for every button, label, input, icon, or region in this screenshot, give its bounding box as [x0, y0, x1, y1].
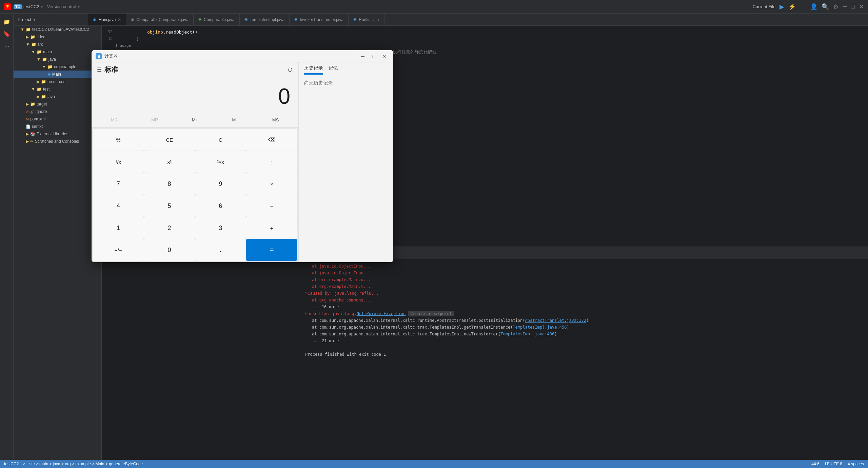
tree-item-org-example[interactable]: ▼ 📁 org.example [14, 63, 101, 71]
tree-item-main[interactable]: ▼ 📁 main [14, 48, 101, 56]
calc-btn-reciprocal[interactable]: ¹/x [93, 151, 144, 173]
calc-btn-square[interactable]: x² [144, 151, 195, 173]
ide-logo: 💡 [4, 3, 11, 10]
calc-title-icon: 🖩 [96, 53, 102, 59]
minimize-button[interactable]: ─ [843, 3, 847, 10]
tree-item-java[interactable]: ▼ 📁 java [14, 56, 101, 63]
tab-runnin[interactable]: ◉ Runtin... ▾ [349, 14, 384, 26]
tree-item-src[interactable]: ▼ 📁 src [14, 41, 101, 48]
calc-right-tabs: 历史记录 记忆 [299, 62, 393, 74]
sidebar-icon-bookmark[interactable]: 🔖 [1, 28, 12, 39]
tree-item-ser[interactable]: 📄 ser.txt [14, 123, 101, 130]
calc-hamburger-icon[interactable]: ☰ [97, 66, 102, 73]
tree-item-external-libs[interactable]: ▶ 📚 External Libraries [14, 130, 101, 138]
calc-body: ☰ 标准 ⏱ 0 MC MR M+ M− MS % CE C ⌫ ¹/ [92, 62, 393, 262]
calc-btn-8[interactable]: 8 [144, 173, 195, 195]
calc-tab-history[interactable]: 历史记录 [304, 65, 323, 74]
calc-btn-percent[interactable]: % [93, 129, 144, 151]
tab-templates-impl[interactable]: ◉ TemplatesImpl.java [240, 14, 290, 26]
calc-history-toggle-icon[interactable]: ⏱ [288, 67, 293, 73]
project-panel: Project ▾ ▼ 📁 testCC2 D:\LearnJAVA\testC… [14, 14, 102, 468]
tree-item-pom[interactable]: M pom.xml [14, 115, 101, 123]
tc-badge: TC [14, 4, 22, 9]
mem-mr-button[interactable]: MR [135, 114, 175, 126]
sidebar-icon-project[interactable]: 📁 [1, 16, 12, 27]
tree-item-idea[interactable]: ▶ 📁 .idea [14, 33, 101, 41]
search-icon[interactable]: 🔍 [822, 3, 829, 11]
tab-comparable-comparator[interactable]: ◉ ComparableComparator.java [126, 14, 193, 26]
calc-btn-backspace[interactable]: ⌫ [246, 129, 297, 151]
code-usage-hint: 1 usage [102, 42, 868, 49]
tabs-bar: ◉ Main.java ✕ ◉ ComparableComparator.jav… [88, 14, 868, 26]
calc-titlebar: 🖩 计算器 ─ □ ✕ [92, 50, 393, 62]
current-file-dropdown[interactable]: Current File [752, 4, 775, 9]
project-indicator[interactable]: TC testCC2 ▾ Version control ▾ [14, 4, 80, 9]
tree-item-scratches[interactable]: ▶ ✏ Scratches and Consoles [14, 138, 101, 145]
calc-btn-4[interactable]: 4 [93, 195, 144, 217]
calc-btn-ce[interactable]: CE [144, 129, 195, 151]
calc-maximize-button[interactable]: □ [369, 52, 378, 60]
calc-btn-equals[interactable]: = [246, 239, 297, 261]
calc-memory-row: MC MR M+ M− MS [92, 112, 298, 128]
close-button[interactable]: ✕ [859, 3, 864, 11]
calc-btn-add[interactable]: + [246, 217, 297, 239]
calc-btn-1[interactable]: 1 [93, 217, 144, 239]
calc-btn-multiply[interactable]: × [246, 173, 297, 195]
calc-btn-sqrt[interactable]: ²√x [195, 151, 246, 173]
calc-left-panel: ☰ 标准 ⏱ 0 MC MR M+ M− MS % CE C ⌫ ¹/ [92, 62, 298, 262]
calc-btn-subtract[interactable]: − [246, 195, 297, 217]
run-button[interactable]: ▶ [780, 3, 784, 11]
calc-btn-3[interactable]: 3 [195, 217, 246, 239]
tree-item-testcc2[interactable]: ▼ 📁 testCC2 D:\LearnJAVA\testCC2 [14, 26, 101, 33]
maximize-button[interactable]: □ [851, 3, 855, 10]
status-position: 44:6 [811, 462, 819, 466]
tab-main-java[interactable]: ◉ Main.java ✕ [88, 14, 126, 26]
calc-btn-decimal[interactable]: . [195, 239, 246, 261]
calc-buttons-grid: % CE C ⌫ ¹/x x² ²√x ÷ 7 8 9 × 4 5 6 − [92, 128, 298, 262]
run-panel: Run Main ✕ at java.io.ObjectInpu... at j… [203, 247, 868, 468]
calculator-window: 🖩 计算器 ─ □ ✕ ☰ 标准 ⏱ 0 MC MR M+ M− MS [92, 50, 393, 262]
debug-button[interactable]: ⚡ [788, 3, 796, 11]
calc-btn-5[interactable]: 5 [144, 195, 195, 217]
project-label: Project [18, 17, 31, 22]
tree-item-gitignore[interactable]: ⊘ .gitignore [14, 108, 101, 115]
calc-btn-6[interactable]: 6 [195, 195, 246, 217]
tree-item-test[interactable]: ▼ 📁 test [14, 85, 101, 93]
code-line-32: 32 objinp.readObject(); [102, 28, 868, 35]
calc-close-button[interactable]: ✕ [380, 52, 389, 60]
left-sidebar: 📁 🔖 ⋯ [0, 14, 14, 468]
settings-icon[interactable]: ⚙ [833, 3, 839, 11]
tree-item-test-java[interactable]: ▶ 📁 java [14, 93, 101, 100]
tab-invoker-transformer[interactable]: ◉ InvokerTransformer.java [290, 14, 349, 26]
calc-btn-c[interactable]: C [195, 129, 246, 151]
calc-btn-divide[interactable]: ÷ [246, 151, 297, 173]
calc-btn-9[interactable]: 9 [195, 173, 246, 195]
top-bar-right: Current File ▶ ⚡ ⋮ 👤 🔍 ⚙ ─ □ ✕ [752, 3, 864, 11]
calc-minimize-button[interactable]: ─ [358, 52, 368, 60]
calc-btn-2[interactable]: 2 [144, 217, 195, 239]
tab-comparable[interactable]: ◉ Comparable.java [194, 14, 240, 26]
top-bar: 💡 TC testCC2 ▾ Version control ▾ Current… [0, 0, 868, 14]
mem-mplus-button[interactable]: M+ [175, 114, 215, 126]
calc-btn-negate[interactable]: +/− [93, 239, 144, 261]
version-control[interactable]: Version control [47, 4, 76, 9]
calc-mode-label: 标准 [104, 65, 118, 74]
mem-mc-button[interactable]: MC [94, 114, 135, 126]
calc-tab-memory[interactable]: 记忆 [329, 65, 338, 74]
run-line-1: at java.io.ObjectInpu... [305, 263, 589, 265]
calc-btn-7[interactable]: 7 [93, 173, 144, 195]
sidebar-icon-more[interactable]: ⋯ [1, 41, 12, 52]
status-path: src > main > java > org > example > Main… [29, 462, 143, 466]
more-options[interactable]: ⋮ [800, 3, 806, 11]
status-bar-right: 44:6 LF UTF-8 4 spaces [811, 462, 864, 466]
tree-item-resources[interactable]: ▶ 📁 resources [14, 78, 101, 85]
calc-btn-0[interactable]: 0 [144, 239, 195, 261]
mem-ms-button[interactable]: MS [255, 114, 296, 126]
tree-item-target[interactable]: ▶ 📁 target [14, 100, 101, 108]
status-encoding: LF UTF-8 [825, 462, 842, 466]
code-line-33: 33 } [102, 35, 868, 42]
tree-item-main-class[interactable]: ◉ Main [14, 71, 101, 78]
mem-mminus-button[interactable]: M− [215, 114, 255, 126]
calc-mode-header: ☰ 标准 ⏱ [92, 62, 298, 77]
profile-icon[interactable]: 👤 [810, 3, 817, 11]
